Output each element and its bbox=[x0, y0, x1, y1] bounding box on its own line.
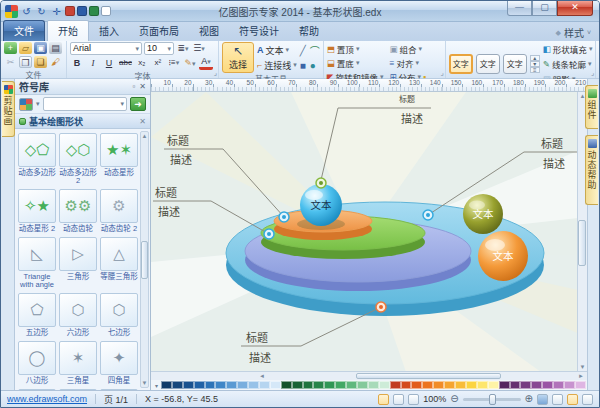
callout-right-title[interactable]: 标题 bbox=[541, 137, 563, 150]
horizontal-scrollbar[interactable]: ◄ ► bbox=[151, 371, 587, 380]
print-icon[interactable]: ▤ bbox=[49, 42, 62, 54]
sphere-orange[interactable]: 文本 bbox=[478, 231, 528, 281]
font-color-button[interactable]: A▾ bbox=[199, 57, 213, 70]
library-menu-icon[interactable] bbox=[19, 98, 33, 111]
callout-left-desc[interactable]: 描述 bbox=[158, 205, 180, 218]
library-search-combo[interactable]: ▾ bbox=[43, 97, 127, 111]
send-to-back-button[interactable]: ⬓置底▾ bbox=[327, 56, 384, 70]
redo-icon[interactable]: ↻ bbox=[35, 5, 48, 18]
format-painter-icon[interactable]: 🖌︎ bbox=[49, 56, 62, 68]
pan-icon[interactable]: ✛ bbox=[50, 5, 63, 18]
color-swatch[interactable] bbox=[422, 381, 433, 389]
highlight-button[interactable]: ✎▾ bbox=[183, 57, 197, 70]
palette-menu-icon[interactable]: ▾ bbox=[152, 382, 161, 389]
undo-icon[interactable]: ↺ bbox=[20, 5, 33, 18]
style-preview-2[interactable]: 文字 bbox=[476, 54, 500, 74]
color-swatch[interactable] bbox=[444, 381, 455, 389]
save-icon[interactable]: ▣ bbox=[34, 42, 47, 54]
shape-tile[interactable]: ✧★ 动态星形 2 bbox=[18, 189, 56, 233]
full-screen-view-icon[interactable] bbox=[408, 394, 419, 405]
callout-upperleft-desc[interactable]: 描述 bbox=[170, 153, 192, 166]
tab-page-layout[interactable]: 页面布局 bbox=[129, 21, 189, 41]
shape-tile[interactable]: ⬡ 七边形 bbox=[100, 293, 138, 337]
fit-page-icon[interactable] bbox=[537, 394, 548, 405]
zoom-slider-thumb[interactable] bbox=[489, 394, 496, 405]
color-swatch[interactable] bbox=[520, 381, 531, 389]
shape-tile[interactable]: △ 等腰三角形 bbox=[100, 237, 138, 289]
new-document-icon[interactable] bbox=[101, 6, 111, 16]
page-break-view-icon[interactable] bbox=[393, 394, 404, 405]
vertical-scroll-thumb[interactable] bbox=[578, 220, 586, 266]
shape-fill-button[interactable]: ◧形状填充▾ bbox=[543, 42, 593, 56]
scroll-right-icon[interactable]: ► bbox=[578, 373, 584, 380]
shape-tile[interactable]: ☆ bbox=[59, 389, 97, 390]
panel-scroll-thumb[interactable] bbox=[141, 241, 148, 279]
copy-icon[interactable]: ❐ bbox=[19, 56, 32, 68]
shape-tile[interactable]: △ bbox=[18, 389, 56, 390]
horizontal-scroll-thumb[interactable] bbox=[356, 373, 501, 379]
callout-right-desc[interactable]: 描述 bbox=[543, 157, 565, 170]
color-swatch[interactable] bbox=[564, 381, 575, 389]
shape-tile[interactable]: ◯ 八边形 bbox=[18, 341, 56, 385]
panel-scrollbar[interactable]: ▲ ▼ bbox=[140, 131, 149, 388]
color-swatch[interactable] bbox=[411, 381, 422, 389]
color-swatch[interactable] bbox=[205, 381, 216, 389]
edrawsoft-link[interactable]: www.edrawsoft.com bbox=[7, 394, 87, 404]
tab-help[interactable]: 帮助 bbox=[289, 21, 329, 41]
tab-home[interactable]: 开始 bbox=[47, 20, 89, 41]
subscript-button[interactable]: x₂ bbox=[135, 57, 149, 70]
color-swatch[interactable] bbox=[357, 381, 368, 389]
scroll-up-icon[interactable]: ▲ bbox=[142, 133, 148, 139]
color-swatch[interactable] bbox=[368, 381, 379, 389]
zoom-out-icon[interactable]: ⊖ bbox=[450, 394, 458, 404]
align-menu-button[interactable]: ≣▾ bbox=[176, 42, 190, 55]
arc-shape-icon[interactable]: ⌒ bbox=[310, 43, 320, 58]
callout-left-title[interactable]: 标题 bbox=[155, 186, 177, 199]
color-swatch[interactable] bbox=[499, 381, 510, 389]
library-menu-arrow[interactable]: ▾ bbox=[36, 100, 40, 108]
callout-top-title[interactable]: 标题 bbox=[399, 94, 415, 104]
clipart-panel-tab[interactable]: 剪贴画 bbox=[2, 81, 15, 137]
style-preview-3[interactable]: 文字 bbox=[503, 54, 527, 74]
arrange-dialog-launcher-icon[interactable]: ⌟ bbox=[441, 69, 444, 77]
export-excel-icon[interactable] bbox=[89, 6, 99, 16]
color-swatch[interactable] bbox=[575, 381, 586, 389]
align-button[interactable]: ≡对齐▾ bbox=[389, 56, 426, 70]
shape-tile[interactable]: ◇⬠ 动态多边形 bbox=[18, 133, 56, 185]
strikethrough-button[interactable]: abc bbox=[118, 57, 133, 70]
color-swatch[interactable] bbox=[172, 381, 183, 389]
color-swatch[interactable] bbox=[477, 381, 488, 389]
color-swatch[interactable] bbox=[183, 381, 194, 389]
pan-zoom-icon[interactable] bbox=[567, 394, 578, 405]
shape-tile[interactable]: ▷ 三角形 bbox=[59, 237, 97, 289]
color-swatch[interactable] bbox=[292, 381, 303, 389]
underline-button[interactable]: U bbox=[102, 57, 116, 70]
scroll-left-icon[interactable]: ◄ bbox=[259, 373, 265, 380]
normal-view-icon[interactable] bbox=[378, 394, 389, 405]
color-swatch[interactable] bbox=[194, 381, 205, 389]
zoom-slider[interactable] bbox=[463, 398, 521, 401]
style-dialog-launcher-icon[interactable]: ⌟ bbox=[591, 69, 594, 77]
style-preview-1[interactable]: 文字 bbox=[449, 54, 473, 74]
color-swatch[interactable] bbox=[542, 381, 553, 389]
tab-insert[interactable]: 插入 bbox=[89, 21, 129, 41]
shape-tile[interactable]: ◺ Triangle with angle bbox=[18, 237, 56, 289]
line-spacing-button[interactable]: ⁝≡▾ bbox=[167, 57, 181, 70]
panel-pin-icon[interactable]: ▫ bbox=[132, 82, 135, 91]
callout-upperleft-title[interactable]: 标题 bbox=[167, 134, 189, 147]
close-button[interactable]: ✕ bbox=[557, 1, 593, 16]
shape-tile[interactable]: ⚙⚙ 动态齿轮 bbox=[59, 189, 97, 233]
bring-to-front-button[interactable]: ⬒置顶▾ bbox=[327, 42, 384, 56]
color-swatch[interactable] bbox=[161, 381, 172, 389]
color-swatch[interactable] bbox=[270, 381, 281, 389]
scroll-down-icon[interactable]: ▼ bbox=[580, 364, 586, 370]
drawing-canvas[interactable]: 文本 文本 文本 bbox=[151, 92, 587, 371]
color-swatch[interactable] bbox=[303, 381, 314, 389]
list-menu-button[interactable]: ☰▾ bbox=[192, 42, 206, 55]
rect-shape-icon[interactable]: ■ bbox=[300, 60, 306, 71]
font-name-combo[interactable]: Arial▾ bbox=[70, 42, 142, 55]
component-panel-tab[interactable]: 组件 bbox=[585, 85, 598, 129]
color-swatch[interactable] bbox=[510, 381, 521, 389]
color-swatch[interactable] bbox=[488, 381, 499, 389]
shape-tile[interactable]: ⚙ 动态齿轮 2 bbox=[100, 189, 138, 233]
